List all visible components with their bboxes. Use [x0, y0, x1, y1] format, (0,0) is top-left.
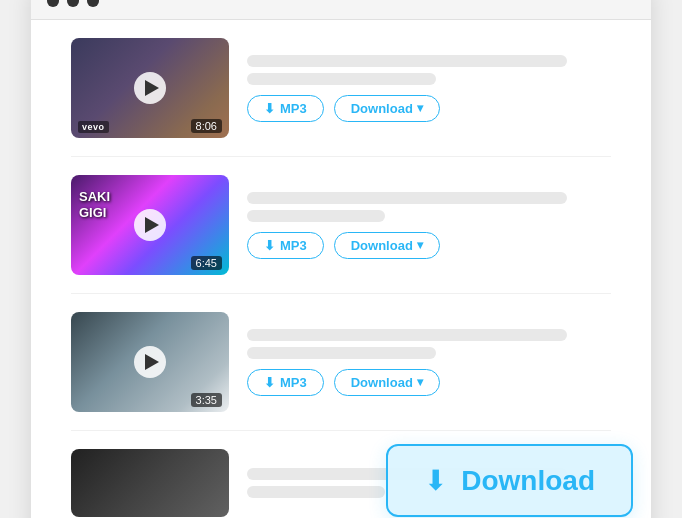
mp3-button-1[interactable]: ⬇ MP3	[247, 95, 324, 122]
download-label-2: Download	[351, 238, 413, 253]
mp3-button-2[interactable]: ⬇ MP3	[247, 232, 324, 259]
titlebar-dot-1	[47, 0, 59, 7]
titlebar-dot-3	[87, 0, 99, 7]
titlebar	[31, 0, 651, 20]
info-subtitle-line-2	[247, 210, 385, 222]
duration-3: 3:35	[191, 393, 222, 407]
thumbnail-2: SAKIGIGI 6:45	[71, 175, 229, 275]
play-button-3[interactable]	[134, 346, 166, 378]
download-button-3[interactable]: Download ▾	[334, 369, 440, 396]
chevron-down-icon-2: ▾	[417, 238, 423, 252]
thumbnail-3: 3:35	[71, 312, 229, 412]
download-arrow-icon-3: ⬇	[264, 375, 275, 390]
btn-row-1: ⬇ MP3 Download ▾	[247, 95, 611, 122]
mp3-button-3[interactable]: ⬇ MP3	[247, 369, 324, 396]
download-button-1[interactable]: Download ▾	[334, 95, 440, 122]
big-download-icon: ⬇	[424, 464, 447, 497]
play-triangle-icon-3	[145, 354, 159, 370]
info-title-line-2	[247, 192, 567, 204]
info-title-line-3	[247, 329, 567, 341]
titlebar-dot-2	[67, 0, 79, 7]
play-triangle-icon-1	[145, 80, 159, 96]
thumbnail-1: vevo 8:06	[71, 38, 229, 138]
mp3-label-1: MP3	[280, 101, 307, 116]
play-button-1[interactable]	[134, 72, 166, 104]
play-button-2[interactable]	[134, 209, 166, 241]
info-subtitle-line-4	[247, 486, 385, 498]
download-arrow-icon-2: ⬇	[264, 238, 275, 253]
download-arrow-icon-1: ⬇	[264, 101, 275, 116]
big-download-overlay[interactable]: ⬇ Download	[386, 444, 633, 517]
mp3-label-2: MP3	[280, 238, 307, 253]
chevron-down-icon-1: ▾	[417, 101, 423, 115]
download-button-2[interactable]: Download ▾	[334, 232, 440, 259]
thumbnail-4	[71, 449, 229, 517]
video-row-3: 3:35 ⬇ MP3 Download ▾	[71, 312, 611, 431]
video-info-1: ⬇ MP3 Download ▾	[247, 55, 611, 122]
info-subtitle-line-1	[247, 73, 436, 85]
btn-row-3: ⬇ MP3 Download ▾	[247, 369, 611, 396]
download-label-3: Download	[351, 375, 413, 390]
video-row-1: vevo 8:06 ⬇ MP3 Download ▾	[71, 38, 611, 157]
video-info-3: ⬇ MP3 Download ▾	[247, 329, 611, 396]
duration-2: 6:45	[191, 256, 222, 270]
big-download-text: Download	[461, 465, 595, 497]
play-triangle-icon-2	[145, 217, 159, 233]
video-info-2: ⬇ MP3 Download ▾	[247, 192, 611, 259]
app-window: vevo 8:06 ⬇ MP3 Download ▾	[31, 0, 651, 518]
video-row-2: SAKIGIGI 6:45 ⬇ MP3 Download ▾	[71, 175, 611, 294]
info-title-line-1	[247, 55, 567, 67]
chevron-down-icon-3: ▾	[417, 375, 423, 389]
download-label-1: Download	[351, 101, 413, 116]
mp3-label-3: MP3	[280, 375, 307, 390]
duration-1: 8:06	[191, 119, 222, 133]
vevo-badge-1: vevo	[78, 121, 109, 133]
saki-label-2: SAKIGIGI	[79, 189, 110, 220]
btn-row-2: ⬇ MP3 Download ▾	[247, 232, 611, 259]
info-subtitle-line-3	[247, 347, 436, 359]
